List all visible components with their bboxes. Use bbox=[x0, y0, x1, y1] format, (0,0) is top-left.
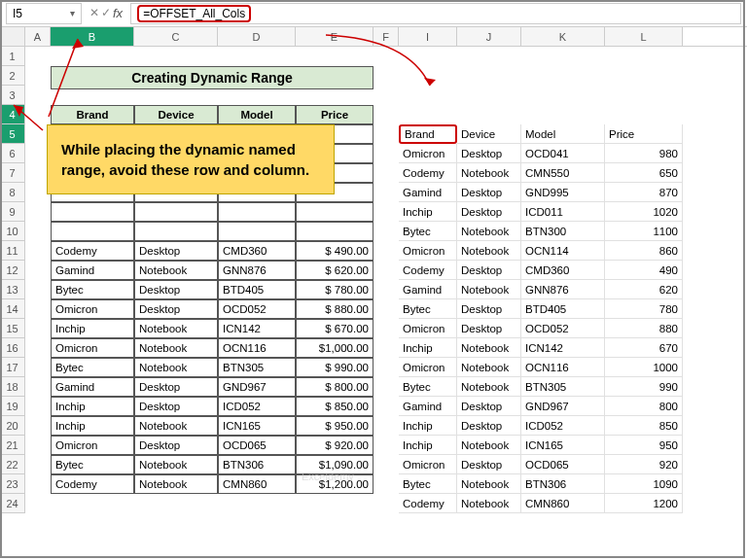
left-cell-9-0[interactable]: Omicron bbox=[51, 299, 134, 319]
left-cell-8-2[interactable]: BTD405 bbox=[218, 280, 296, 299]
left-cell-5-0[interactable] bbox=[51, 222, 134, 241]
left-cell-4-1[interactable] bbox=[134, 202, 218, 222]
left-cell-5-2[interactable] bbox=[218, 222, 296, 241]
left-cell-11-1[interactable]: Notebook bbox=[134, 338, 218, 358]
row-header-13[interactable]: 13 bbox=[0, 280, 25, 299]
left-cell-16-0[interactable]: Omicron bbox=[51, 436, 134, 455]
left-cell-4-3[interactable] bbox=[296, 202, 374, 222]
right-cell-17-0[interactable]: Bytec bbox=[399, 474, 457, 494]
right-cell-7-2[interactable]: GNN876 bbox=[521, 280, 605, 299]
left-cell-13-2[interactable]: GND967 bbox=[218, 377, 296, 397]
col-header-E[interactable]: E bbox=[296, 27, 374, 46]
row-header-4[interactable]: 4 bbox=[0, 105, 25, 124]
right-cell-4-0[interactable]: Bytec bbox=[399, 222, 457, 241]
right-cell-15-0[interactable]: Inchip bbox=[399, 436, 457, 455]
left-cell-9-3[interactable]: $ 880.00 bbox=[296, 299, 374, 319]
right-cell-10-0[interactable]: Inchip bbox=[399, 338, 457, 358]
check-icon[interactable]: ✓ bbox=[101, 6, 111, 20]
right-header-2[interactable]: Model bbox=[521, 124, 605, 144]
left-cell-6-1[interactable]: Desktop bbox=[134, 241, 218, 261]
right-cell-7-3[interactable]: 620 bbox=[605, 280, 683, 299]
right-cell-5-1[interactable]: Notebook bbox=[457, 241, 521, 261]
right-cell-8-0[interactable]: Bytec bbox=[399, 299, 457, 319]
right-cell-17-3[interactable]: 1090 bbox=[605, 474, 683, 494]
col-header-I[interactable]: I bbox=[399, 27, 457, 46]
row-header-18[interactable]: 18 bbox=[0, 377, 25, 397]
right-cell-8-1[interactable]: Desktop bbox=[457, 299, 521, 319]
right-cell-15-1[interactable]: Notebook bbox=[457, 436, 521, 455]
right-cell-14-2[interactable]: ICD052 bbox=[521, 416, 605, 436]
right-cell-3-0[interactable]: Inchip bbox=[399, 202, 457, 222]
left-cell-10-0[interactable]: Inchip bbox=[51, 319, 134, 338]
right-cell-8-3[interactable]: 780 bbox=[605, 299, 683, 319]
right-cell-2-0[interactable]: Gamind bbox=[399, 183, 457, 202]
col-header-B[interactable]: B bbox=[51, 27, 134, 46]
right-cell-0-2[interactable]: OCD041 bbox=[521, 144, 605, 163]
row-header-3[interactable]: 3 bbox=[0, 86, 25, 105]
left-cell-15-1[interactable]: Notebook bbox=[134, 416, 218, 436]
left-cell-11-0[interactable]: Omicron bbox=[51, 338, 134, 358]
left-header-2[interactable]: Model bbox=[218, 105, 296, 124]
right-cell-1-2[interactable]: CMN550 bbox=[521, 163, 605, 183]
left-cell-14-3[interactable]: $ 850.00 bbox=[296, 397, 374, 416]
right-cell-5-3[interactable]: 860 bbox=[605, 241, 683, 261]
left-cell-8-3[interactable]: $ 780.00 bbox=[296, 280, 374, 299]
left-cell-7-3[interactable]: $ 620.00 bbox=[296, 261, 374, 280]
right-cell-18-3[interactable]: 1200 bbox=[605, 494, 683, 513]
right-cell-17-1[interactable]: Notebook bbox=[457, 474, 521, 494]
left-cell-9-2[interactable]: OCD052 bbox=[218, 299, 296, 319]
right-cell-6-0[interactable]: Codemy bbox=[399, 261, 457, 280]
right-cell-18-1[interactable]: Notebook bbox=[457, 494, 521, 513]
right-cell-3-3[interactable]: 1020 bbox=[605, 202, 683, 222]
right-cell-8-2[interactable]: BTD405 bbox=[521, 299, 605, 319]
right-cell-6-3[interactable]: 490 bbox=[605, 261, 683, 280]
row-header-14[interactable]: 14 bbox=[0, 299, 25, 319]
formula-input[interactable]: =OFFSET_All_Cols bbox=[130, 3, 741, 24]
left-cell-10-2[interactable]: ICN142 bbox=[218, 319, 296, 338]
cancel-icon[interactable]: ✕ bbox=[89, 6, 99, 20]
right-cell-16-3[interactable]: 920 bbox=[605, 455, 683, 474]
right-cell-14-3[interactable]: 850 bbox=[605, 416, 683, 436]
left-cell-18-1[interactable]: Notebook bbox=[134, 474, 218, 494]
right-cell-12-2[interactable]: BTN305 bbox=[521, 377, 605, 397]
right-cell-13-0[interactable]: Gamind bbox=[399, 397, 457, 416]
row-header-16[interactable]: 16 bbox=[0, 338, 25, 358]
left-cell-10-3[interactable]: $ 670.00 bbox=[296, 319, 374, 338]
left-cell-4-0[interactable] bbox=[51, 202, 134, 222]
left-cell-17-0[interactable]: Bytec bbox=[51, 455, 134, 474]
right-cell-16-2[interactable]: OCD065 bbox=[521, 455, 605, 474]
left-cell-18-2[interactable]: CMN860 bbox=[218, 474, 296, 494]
right-cell-15-2[interactable]: ICN165 bbox=[521, 436, 605, 455]
right-cell-11-3[interactable]: 1000 bbox=[605, 358, 683, 377]
right-cell-11-1[interactable]: Notebook bbox=[457, 358, 521, 377]
right-cell-10-2[interactable]: ICN142 bbox=[521, 338, 605, 358]
col-header-C[interactable]: C bbox=[134, 27, 218, 46]
row-header-21[interactable]: 21 bbox=[0, 436, 25, 455]
row-header-11[interactable]: 11 bbox=[0, 241, 25, 261]
left-cell-12-0[interactable]: Bytec bbox=[51, 358, 134, 377]
right-cell-4-3[interactable]: 1100 bbox=[605, 222, 683, 241]
right-cell-10-1[interactable]: Notebook bbox=[457, 338, 521, 358]
right-cell-12-3[interactable]: 990 bbox=[605, 377, 683, 397]
chevron-down-icon[interactable]: ▾ bbox=[70, 8, 75, 18]
select-all-corner[interactable] bbox=[0, 27, 25, 46]
right-cell-3-2[interactable]: ICD011 bbox=[521, 202, 605, 222]
left-cell-12-1[interactable]: Notebook bbox=[134, 358, 218, 377]
right-cell-18-2[interactable]: CMN860 bbox=[521, 494, 605, 513]
row-header-17[interactable]: 17 bbox=[0, 358, 25, 377]
left-cell-14-1[interactable]: Desktop bbox=[134, 397, 218, 416]
row-header-24[interactable]: 24 bbox=[0, 494, 25, 513]
right-cell-4-2[interactable]: BTN300 bbox=[521, 222, 605, 241]
right-cell-13-3[interactable]: 800 bbox=[605, 397, 683, 416]
left-cell-15-2[interactable]: ICN165 bbox=[218, 416, 296, 436]
right-header-1[interactable]: Device bbox=[457, 124, 521, 144]
left-cell-13-1[interactable]: Desktop bbox=[134, 377, 218, 397]
left-cell-6-2[interactable]: CMD360 bbox=[218, 241, 296, 261]
right-cell-15-3[interactable]: 950 bbox=[605, 436, 683, 455]
row-header-6[interactable]: 6 bbox=[0, 144, 25, 163]
row-header-20[interactable]: 20 bbox=[0, 416, 25, 436]
row-header-7[interactable]: 7 bbox=[0, 163, 25, 183]
left-cell-11-2[interactable]: OCN116 bbox=[218, 338, 296, 358]
row-header-23[interactable]: 23 bbox=[0, 474, 25, 494]
col-header-J[interactable]: J bbox=[457, 27, 521, 46]
